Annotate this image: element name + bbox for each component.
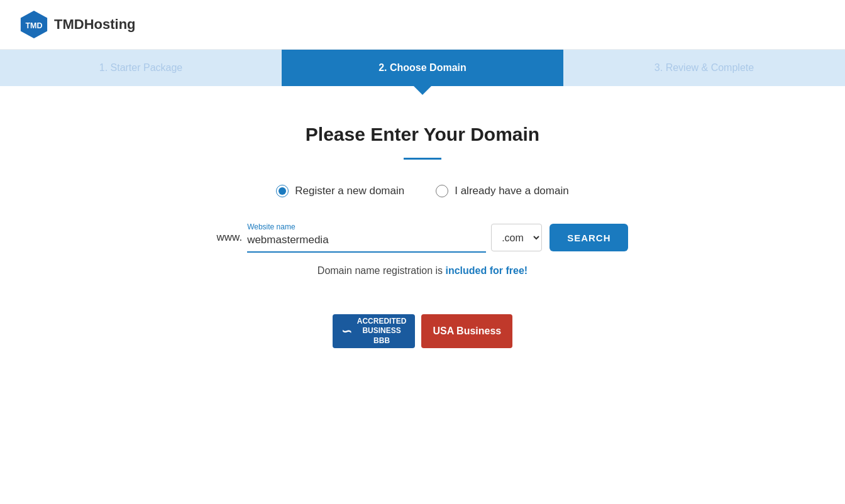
bbb-business-label: BUSINESS xyxy=(357,326,407,336)
logo-icon: TMD xyxy=(19,9,49,40)
usa-badge-label: USA Business xyxy=(433,326,501,337)
register-new-domain-radio[interactable] xyxy=(276,185,289,197)
free-domain-text-before: Domain name registration is xyxy=(318,265,446,276)
bbb-icon: ∽ xyxy=(341,324,352,339)
free-domain-highlight: included for free! xyxy=(445,265,527,276)
already-have-domain-option[interactable]: I already have a domain xyxy=(436,185,568,197)
already-have-domain-radio[interactable] xyxy=(436,185,448,197)
bbb-text: ACCREDITED BUSINESS BBB xyxy=(357,317,407,346)
search-button[interactable]: SEARCH xyxy=(550,224,628,251)
radio-group: Register a new domain I already have a d… xyxy=(152,185,693,197)
step-1[interactable]: 1. Starter Package xyxy=(0,50,282,86)
title-divider xyxy=(404,158,441,160)
bbb-badge: ∽ ACCREDITED BUSINESS BBB xyxy=(333,314,416,348)
register-new-domain-label: Register a new domain xyxy=(295,185,404,197)
bbb-symbol-label: BBB xyxy=(357,336,407,346)
logo-text: TMDHosting xyxy=(54,16,136,33)
svg-text:TMD: TMD xyxy=(25,21,42,30)
www-prefix-label: www. xyxy=(217,231,248,253)
website-name-floating-label: Website name xyxy=(247,222,295,231)
website-name-group: Website name xyxy=(247,222,486,253)
header: TMD TMDHosting xyxy=(0,0,845,50)
page-title: Please Enter Your Domain xyxy=(152,124,693,145)
main-content: Please Enter Your Domain Register a new … xyxy=(140,124,705,348)
logo[interactable]: TMD TMDHosting xyxy=(19,9,826,40)
domain-input-row: www. Website name .com .net .org .info .… xyxy=(152,222,693,253)
free-domain-notice: Domain name registration is included for… xyxy=(152,265,693,277)
step-2[interactable]: 2. Choose Domain xyxy=(282,50,563,86)
bbb-accredited-label: ACCREDITED xyxy=(357,317,407,327)
register-new-domain-option[interactable]: Register a new domain xyxy=(276,185,404,197)
badges-row: ∽ ACCREDITED BUSINESS BBB USA Business xyxy=(152,314,693,348)
tld-select[interactable]: .com .net .org .info .biz xyxy=(491,224,542,251)
progress-steps: 1. Starter Package 2. Choose Domain 3. R… xyxy=(0,50,845,86)
already-have-domain-label: I already have a domain xyxy=(455,185,568,197)
usa-badge: USA Business xyxy=(421,314,512,348)
step-3[interactable]: 3. Review & Complete xyxy=(563,50,845,86)
